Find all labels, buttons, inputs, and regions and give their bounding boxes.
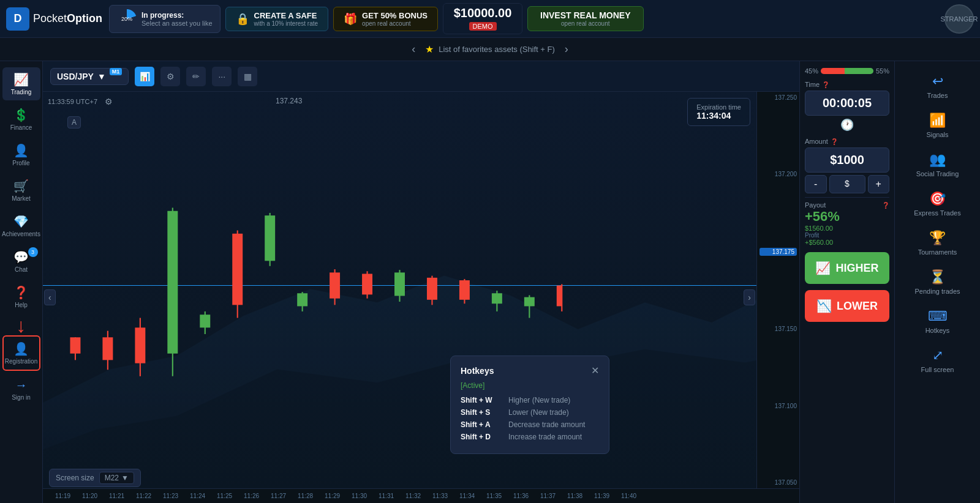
hotkeys-active-status: [Active] bbox=[461, 381, 599, 390]
sidebar-item-trading[interactable]: 📈 Trading bbox=[2, 67, 40, 100]
sidebar-item-profile[interactable]: 👤 Profile bbox=[2, 138, 40, 171]
registration-icon: 👤 bbox=[13, 341, 29, 356]
asset-name: USD/JPY bbox=[57, 72, 94, 81]
hotkeys-header: Hotkeys ✕ bbox=[461, 365, 599, 376]
chart-draw-icon[interactable]: ✏ bbox=[186, 67, 206, 86]
time-label-9: 11:28 bbox=[298, 493, 313, 499]
bonus-button[interactable]: 🎁 GET 50% BONUS open real account bbox=[333, 7, 438, 31]
sidebar-label-market: Market bbox=[12, 195, 31, 202]
social-trading-label: Social Trading bbox=[916, 170, 959, 177]
hotkey-row-3: Shift + D Increase trade amount bbox=[461, 433, 599, 441]
screen-size-label: Screen size bbox=[56, 474, 94, 482]
screen-size-bar: Screen size M22 ▼ bbox=[49, 469, 141, 487]
sidebar-label-finance: Finance bbox=[10, 124, 32, 131]
svg-rect-4 bbox=[70, 337, 80, 353]
sidebar-item-chat[interactable]: 💬 Chat 3 bbox=[2, 245, 40, 278]
timeframe-badge: M1 bbox=[110, 68, 123, 75]
fav-arrow-left[interactable]: ‹ bbox=[407, 43, 420, 56]
invest-main-text: INVEST REAL MONEY bbox=[540, 10, 631, 20]
sidebar-label-registration: Registration bbox=[5, 358, 37, 365]
signin-icon: → bbox=[15, 378, 28, 392]
right-panel-fullscreen[interactable]: ⤢ Full screen bbox=[898, 341, 978, 379]
sidebar-item-registration[interactable]: 👤 Registration bbox=[2, 335, 40, 371]
express-trades-label: Express Trades bbox=[914, 209, 960, 217]
right-panel-trades[interactable]: ↩ Trades bbox=[898, 67, 978, 105]
higher-button[interactable]: 📈 HIGHER bbox=[805, 252, 889, 284]
candlestick-chart bbox=[43, 104, 756, 428]
sidebar-item-market[interactable]: 🛒 Market bbox=[2, 174, 40, 207]
amount-display: $1000 bbox=[805, 147, 889, 173]
create-safe-button[interactable]: 🔒 CREATE A SAFE with a 10% interest rate bbox=[225, 7, 329, 31]
lower-button[interactable]: 📉 LOWER bbox=[805, 290, 889, 322]
time-label-0: 11:19 bbox=[55, 493, 70, 499]
right-panel-express-trades[interactable]: 🎯 Express Trades bbox=[898, 185, 978, 223]
svg-rect-16 bbox=[265, 215, 275, 261]
favorites-bar: ‹ ★ List of favorites assets (Shift + F)… bbox=[0, 38, 980, 61]
right-panel-signals[interactable]: 📶 Signals bbox=[898, 106, 978, 144]
hotkey-action-3: Increase trade amount bbox=[508, 433, 582, 441]
hotkeys-title: Hotkeys bbox=[461, 366, 494, 376]
logo-area: D PocketOption bbox=[6, 7, 104, 31]
right-panel-hotkeys[interactable]: ⌨ Hotkeys bbox=[898, 302, 978, 340]
gift-icon: 🎁 bbox=[344, 12, 357, 26]
sentiment-bar-red bbox=[821, 68, 845, 74]
progress-button[interactable]: 20% In progress: Select an asset you lik… bbox=[109, 5, 221, 33]
screen-size-selector[interactable]: M22 ▼ bbox=[99, 472, 134, 484]
amount-increase-button[interactable]: + bbox=[868, 175, 890, 193]
time-label-20: 11:39 bbox=[594, 493, 609, 499]
trading-icon: 📈 bbox=[13, 72, 29, 87]
svg-rect-10 bbox=[167, 211, 178, 354]
sidebar-item-achievements[interactable]: 💎 Achievements bbox=[2, 209, 40, 242]
fav-arrow-right[interactable]: › bbox=[560, 43, 573, 56]
create-safe-sub-text: with a 10% interest rate bbox=[254, 20, 318, 27]
hotkey-key-1: Shift + S bbox=[461, 408, 503, 417]
logo-name2: Option bbox=[67, 12, 102, 24]
chart-more-icon[interactable]: ··· bbox=[212, 67, 232, 86]
right-panel-pending-trades[interactable]: ⏳ Pending trades bbox=[898, 263, 978, 301]
time-label-21: 11:40 bbox=[621, 493, 636, 499]
bonus-main-text: GET 50% BONUS bbox=[362, 11, 428, 20]
currency-button[interactable]: $ bbox=[829, 175, 865, 193]
hotkeys-close-icon[interactable]: ✕ bbox=[591, 365, 599, 376]
right-panel: ↩ Trades 📶 Signals 👥 Social Trading 🎯 Ex… bbox=[894, 61, 980, 503]
sidebar-item-finance[interactable]: 💲 Finance bbox=[2, 103, 40, 136]
higher-label: HIGHER bbox=[835, 262, 878, 275]
left-sidebar: 📈 Trading 💲 Finance 👤 Profile 🛒 Market 💎… bbox=[0, 61, 43, 503]
help-icon-amount: ❓ bbox=[831, 138, 838, 145]
avatar[interactable]: STRANGER bbox=[944, 4, 974, 34]
payout-section: Payout ❓ +56% $1560.00 Profit +$560.00 bbox=[805, 197, 889, 246]
sidebar-label-profile: Profile bbox=[12, 160, 29, 166]
tournaments-label: Tournaments bbox=[918, 248, 957, 256]
right-panel-tournaments[interactable]: 🏆 Tournaments bbox=[898, 224, 978, 262]
hotkey-key-0: Shift + W bbox=[461, 396, 503, 404]
price-label-1: 137.250 bbox=[760, 94, 797, 101]
chart-settings-icon[interactable]: ⚙ bbox=[160, 67, 180, 86]
favorites-text: List of favorites assets (Shift + F) bbox=[439, 45, 555, 54]
invest-button[interactable]: INVEST REAL MONEY open real account bbox=[527, 6, 644, 31]
sidebar-item-signin[interactable]: → Sign in bbox=[2, 373, 40, 406]
trades-label: Trades bbox=[927, 92, 948, 99]
price-axis: 137.250 137.200 137.175 137.150 137.100 … bbox=[756, 92, 799, 488]
svg-rect-26 bbox=[427, 278, 437, 300]
chart-scroll-right[interactable]: › bbox=[744, 289, 755, 305]
lock-icon: 🔒 bbox=[236, 12, 249, 26]
hotkey-row-2: Shift + A Decrease trade amount bbox=[461, 420, 599, 429]
payout-label: Payout bbox=[805, 201, 826, 209]
chart-scroll-left[interactable]: ‹ bbox=[44, 289, 56, 305]
time-label-17: 11:36 bbox=[513, 493, 529, 499]
amount-decrease-button[interactable]: - bbox=[805, 175, 827, 193]
sidebar-item-help[interactable]: ❓ Help bbox=[2, 280, 40, 313]
asset-selector[interactable]: USD/JPY ▼ M1 bbox=[50, 68, 129, 85]
chart-type-bar-icon[interactable]: 📊 bbox=[135, 67, 154, 86]
fullscreen-icon: ⤢ bbox=[932, 348, 943, 363]
sidebar-label-trading: Trading bbox=[11, 89, 32, 95]
right-panel-social-trading[interactable]: 👥 Social Trading bbox=[898, 146, 978, 184]
fullscreen-label: Full screen bbox=[921, 366, 954, 373]
time-label-19: 11:38 bbox=[567, 493, 582, 499]
sentiment-left-pct: 45% bbox=[805, 67, 818, 75]
expiration-label: Expiration time bbox=[696, 103, 741, 111]
bonus-sub-text: open real account bbox=[362, 20, 428, 27]
help-icon: ❓ bbox=[13, 285, 29, 300]
time-section: Time ❓ 00:00:05 🕐 bbox=[805, 81, 889, 134]
chart-layout-icon[interactable]: ▦ bbox=[238, 67, 257, 86]
